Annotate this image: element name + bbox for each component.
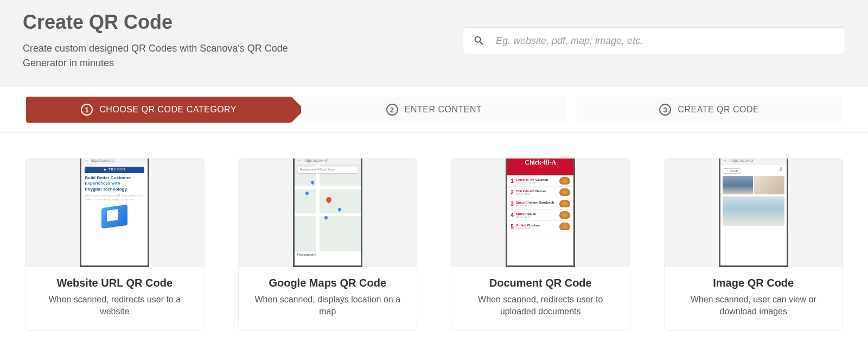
step-create-qr[interactable]: 3 CREATE QR CODE	[577, 97, 842, 123]
card-google-maps[interactable]: ←https://scnv.io/ Playingboard, A Block,…	[238, 158, 418, 331]
step-enter-content[interactable]: 2 ENTER CONTENT	[301, 97, 566, 123]
card-preview: ←https://scnv.io/ ◆ TRYCON Build Better …	[25, 159, 204, 267]
preview-brand: Chick-fil-A	[525, 159, 556, 167]
card-description: When scanned, redirects user to a websit…	[33, 294, 196, 318]
search-box[interactable]	[463, 27, 845, 54]
url-text: https://scnv.io/	[304, 159, 328, 162]
card-title: Image QR Code	[672, 277, 835, 289]
phone-mock: Chick-fil-A 1Chick-fil-A® Chicken410-540…	[506, 159, 575, 267]
card-website-url[interactable]: ←https://scnv.io/ ◆ TRYCON Build Better …	[25, 158, 205, 331]
card-description: When scanned, user can view or download …	[672, 294, 835, 318]
card-preview: ←https://scnv.io/ Playingboard, A Block,…	[239, 159, 417, 267]
search-icon	[473, 35, 485, 47]
step-label: CREATE QR CODE	[678, 105, 759, 115]
card-title: Google Maps QR Code	[246, 277, 410, 289]
step-label: ENTER CONTENT	[405, 105, 482, 115]
url-text: https://scnv.io/	[91, 159, 114, 162]
phone-mock: ←https://scnv.io/ ← BACK ⇩	[719, 159, 788, 267]
step-number: 1	[81, 104, 93, 116]
phone-mock: ←https://scnv.io/ Playingboard, A Block,…	[293, 159, 362, 267]
header-left: Create QR Code Create custom designed QR…	[23, 11, 423, 71]
map-search-text: Playingboard, A Block, Secto…	[298, 167, 358, 173]
steps-bar: 1 CHOOSE QR CODE CATEGORY 2 ENTER CONTEN…	[0, 87, 868, 133]
preview-brand: ◆ TRYCON	[85, 167, 144, 173]
search-input[interactable]	[496, 35, 835, 47]
page-title: Create QR Code	[23, 11, 423, 34]
url-text: https://scnv.io/	[730, 159, 754, 162]
step-choose-category[interactable]: 1 CHOOSE QR CODE CATEGORY	[26, 97, 291, 123]
back-button-label: ← BACK	[723, 168, 741, 174]
download-icon: ⇩	[779, 167, 783, 172]
step-number: 3	[659, 104, 671, 116]
card-document[interactable]: Chick-fil-A 1Chick-fil-A® Chicken410-540…	[451, 158, 630, 331]
card-preview: Chick-fil-A 1Chick-fil-A® Chicken410-540…	[451, 159, 630, 267]
preview-text: Build Better Customer	[85, 175, 144, 181]
preview-text: Phygital Technology	[85, 187, 144, 192]
search-wrap	[445, 27, 845, 54]
map-caption: Playingboard	[295, 251, 361, 265]
card-image[interactable]: ←https://scnv.io/ ← BACK ⇩ Image QR Code…	[664, 158, 844, 331]
card-description: When scanned, displays location on a map	[246, 294, 410, 318]
phone-mock: ←https://scnv.io/ ◆ TRYCON Build Better …	[80, 159, 149, 267]
preview-text: Experiences with	[85, 181, 144, 186]
card-title: Document QR Code	[459, 277, 622, 289]
page-subtitle: Create custom designed QR Codes with Sca…	[23, 41, 327, 71]
step-label: CHOOSE QR CODE CATEGORY	[99, 105, 237, 115]
category-cards-grid: ←https://scnv.io/ ◆ TRYCON Build Better …	[0, 133, 868, 342]
header-section: Create QR Code Create custom designed QR…	[0, 0, 868, 87]
card-preview: ←https://scnv.io/ ← BACK ⇩	[665, 159, 843, 267]
step-number: 2	[386, 104, 398, 116]
card-title: Website URL QR Code	[33, 277, 196, 289]
card-description: When scanned, redirects user to uploaded…	[459, 294, 622, 318]
